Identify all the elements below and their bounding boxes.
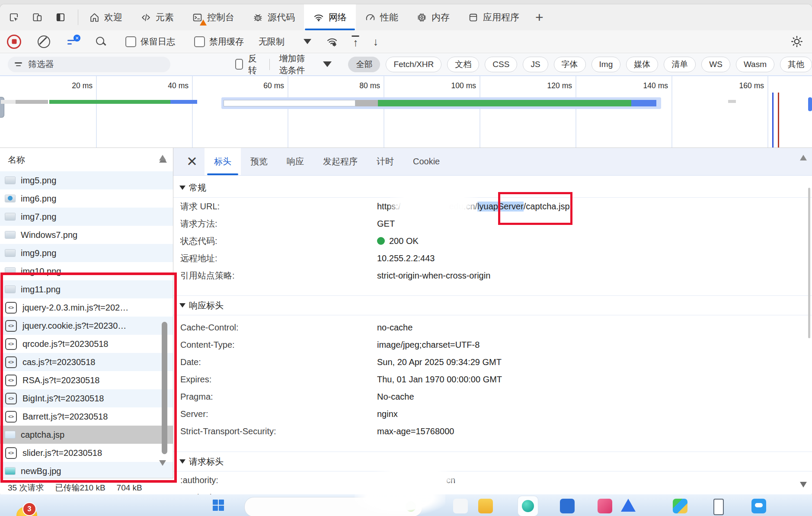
scrollbar-down-icon[interactable] xyxy=(159,460,166,466)
filter-chip[interactable]: 媒体 xyxy=(626,57,658,72)
console-icon xyxy=(192,12,203,23)
tab-performance[interactable]: 性能 xyxy=(356,4,407,30)
request-row[interactable]: BigInt.js?t=20230518 xyxy=(0,389,173,407)
collapse-triangle-icon xyxy=(179,459,185,464)
scrollbar-thumb[interactable] xyxy=(808,188,810,338)
filter-toggle-button[interactable]: ✕ xyxy=(67,36,79,47)
name-column-header[interactable]: 名称 xyxy=(0,148,173,172)
header-row: Cache-Control: no-cache xyxy=(173,319,812,336)
divider xyxy=(269,59,270,70)
tab-preview[interactable]: 预览 xyxy=(241,148,277,175)
timeline-overview[interactable]: 20 ms 40 ms 60 ms 80 ms 100 ms 120 ms 14… xyxy=(0,76,812,148)
request-row[interactable]: slider.js?t=20230518 xyxy=(0,444,173,462)
filter-chip[interactable]: 字体 xyxy=(554,57,586,72)
request-row[interactable]: jquery-2.0.3.min.js?t=202… xyxy=(0,298,173,317)
request-row[interactable]: Barrett.js?t=20230518 xyxy=(0,407,173,426)
tab-console[interactable]: 控制台 xyxy=(183,4,243,30)
chat-icon[interactable] xyxy=(751,499,766,513)
file-icon xyxy=(5,286,15,293)
tab-label: 发起程序 xyxy=(323,156,358,167)
request-row[interactable]: RSA.js?t=20230518 xyxy=(0,371,173,389)
inspect-icon[interactable] xyxy=(8,11,20,23)
request-row[interactable]: img11.png xyxy=(0,280,173,298)
tab-application[interactable]: 应用程序 xyxy=(459,4,528,30)
taskbar-app-icon[interactable] xyxy=(598,499,612,513)
tab-network[interactable]: 网络 xyxy=(304,4,356,30)
request-row[interactable]: img7.png xyxy=(0,208,173,226)
more-filters-button[interactable]: 增加筛选条件 xyxy=(279,53,332,76)
tab-response[interactable]: 响应 xyxy=(277,148,313,175)
request-row[interactable]: img10.png xyxy=(0,262,173,280)
filter-chip[interactable]: Wasm xyxy=(736,57,774,72)
tab-sources[interactable]: 源代码 xyxy=(243,4,304,30)
clear-button[interactable] xyxy=(38,35,50,48)
filter-chip[interactable]: JS xyxy=(523,57,548,72)
request-row[interactable]: img9.png xyxy=(0,244,173,262)
device-toolbar-icon[interactable] xyxy=(31,11,43,23)
filter-chip[interactable]: 清单 xyxy=(664,57,696,72)
preserve-log-checkbox[interactable] xyxy=(125,36,136,47)
record-stop-button[interactable] xyxy=(7,35,21,49)
filter-chip[interactable]: WS xyxy=(701,57,730,72)
request-row[interactable]: img5.png xyxy=(0,171,173,189)
headers-content: 常规 请求 URL: https:/ edu.cn/ lyuapServer /… xyxy=(173,176,812,497)
header-value: cn xyxy=(377,475,812,485)
section-general[interactable]: 常规 xyxy=(173,178,812,198)
taskbar-search-bar[interactable] xyxy=(244,497,422,516)
close-icon[interactable]: ✕ xyxy=(184,148,205,175)
invert-checkbox[interactable] xyxy=(235,59,243,70)
taskbar-app-icon[interactable] xyxy=(673,499,687,513)
code-icon xyxy=(141,12,151,23)
screen: 欢迎 元素 xyxy=(0,0,812,516)
network-conditions-icon[interactable] xyxy=(326,35,338,48)
tab-label: 响应 xyxy=(287,156,304,167)
filter-chip[interactable]: 其他 xyxy=(780,57,812,72)
tab-memory[interactable]: 内存 xyxy=(407,4,459,30)
throttling-select[interactable]: 无限制 xyxy=(259,36,285,48)
folder-icon[interactable] xyxy=(478,499,493,513)
filter-chip[interactable]: Fetch/XHR xyxy=(386,57,441,72)
filter-chip[interactable]: 文档 xyxy=(447,57,479,72)
more-tabs-button[interactable]: + xyxy=(528,4,550,30)
timeline-right-handle[interactable] xyxy=(808,97,812,111)
filter-chip[interactable]: 全部 xyxy=(348,57,380,72)
filter-input[interactable]: 筛选器 xyxy=(8,57,170,72)
tab-headers[interactable]: 标头 xyxy=(205,148,241,175)
request-row[interactable]: captcha.jsp xyxy=(0,426,173,444)
phone-icon[interactable] xyxy=(713,499,724,515)
taskbar-app-icon[interactable] xyxy=(560,499,575,513)
taskbar-app-icon[interactable] xyxy=(621,499,636,512)
section-response-headers[interactable]: 响应标头 xyxy=(173,295,812,315)
disable-cache-checkbox[interactable] xyxy=(194,36,205,47)
file-icon xyxy=(5,356,17,368)
tab-label: 网络 xyxy=(329,11,347,23)
scrollbar-thumb[interactable] xyxy=(162,322,167,454)
taskbar-app-icon[interactable] xyxy=(453,499,468,513)
request-row[interactable]: qrcode.js?t=20230518 xyxy=(0,335,173,353)
request-row[interactable]: cas.js?t=20230518 xyxy=(0,353,173,371)
tab-initiator[interactable]: 发起程序 xyxy=(313,148,367,175)
request-row[interactable]: img6.png xyxy=(0,189,173,208)
import-har-icon[interactable]: ↑ xyxy=(353,35,358,48)
request-row[interactable]: jquery.cookie.js?t=20230… xyxy=(0,317,173,335)
file-icon xyxy=(5,468,15,474)
export-har-icon[interactable]: ↓ xyxy=(373,36,379,47)
throttling-dropdown-icon[interactable] xyxy=(304,39,311,44)
scrollbar-up-icon[interactable] xyxy=(800,155,807,160)
tab-elements[interactable]: 元素 xyxy=(131,4,183,30)
scrollbar-up-icon[interactable] xyxy=(159,155,166,160)
request-row[interactable]: newBg.jpg xyxy=(0,462,173,480)
filter-chip[interactable]: CSS xyxy=(485,57,517,72)
request-row[interactable]: Windows7.png xyxy=(0,226,173,244)
dock-side-icon[interactable] xyxy=(54,11,67,23)
section-request-headers[interactable]: 请求标头 xyxy=(173,452,812,471)
settings-gear-icon[interactable] xyxy=(790,35,803,48)
active-app-icon[interactable] xyxy=(518,496,538,516)
tab-cookies[interactable]: Cookie xyxy=(403,148,449,175)
scrollbar-down-icon[interactable] xyxy=(800,482,807,487)
search-icon[interactable] xyxy=(95,36,106,47)
tab-welcome[interactable]: 欢迎 xyxy=(80,4,131,30)
tab-timing[interactable]: 计时 xyxy=(367,148,403,175)
start-icon[interactable] xyxy=(213,500,224,511)
filter-chip[interactable]: Img xyxy=(591,57,621,72)
